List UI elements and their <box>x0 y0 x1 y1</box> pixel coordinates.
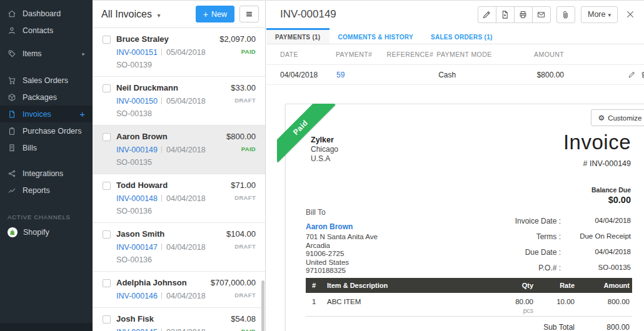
divider <box>161 244 162 250</box>
customer-name: Josh Fisk <box>116 314 226 324</box>
sidebar-item-purchase-orders[interactable]: Purchase Orders <box>0 122 93 139</box>
col-payment-mode: PAYMENT MODE <box>436 51 534 58</box>
bill-to-line: Arcadia <box>306 242 378 250</box>
printer-icon <box>518 10 528 19</box>
tab-comments-history[interactable]: COMMENTS & HISTORY <box>330 28 422 44</box>
invoice-list-panel: All Invoices ▾ + New Bruce Straley INV-0… <box>93 0 266 331</box>
item-row: 1 ABC ITEM 80.00 pcs 10.00 800.00 <box>306 293 632 317</box>
item-unit: pcs <box>492 307 533 314</box>
meta-value: 04/04/2018 <box>561 217 631 225</box>
tag-icon <box>8 49 16 58</box>
tab-payments[interactable]: PAYMENTS (1) <box>266 28 330 44</box>
invoice-list-item[interactable]: Aaron Brown INV-00014904/04/2018 SO-0013… <box>93 126 265 174</box>
meta-label: Due Date : <box>525 248 561 257</box>
col-qty: Qty <box>492 282 533 289</box>
print-button[interactable] <box>514 6 533 23</box>
row-checkbox[interactable] <box>103 315 111 324</box>
invoice-link[interactable]: INV-000151 <box>116 48 158 57</box>
detail-title: INV-000149 <box>280 8 336 21</box>
sidebar-item-contacts[interactable]: Contacts <box>0 22 93 39</box>
list-options-button[interactable] <box>239 6 259 22</box>
customer-name: Neil Druckmann <box>116 83 226 93</box>
sidebar-item-dashboard[interactable]: Dashboard <box>0 5 93 22</box>
status-badge: PAID <box>226 146 256 152</box>
divider <box>161 97 162 104</box>
row-checkbox[interactable] <box>103 182 111 190</box>
invoice-link[interactable]: INV-000148 <box>116 194 158 203</box>
row-checkbox[interactable] <box>103 230 111 239</box>
sidebar-item-label: Purchase Orders <box>23 127 81 136</box>
item-no: 1 <box>306 298 327 314</box>
customer-name: Bruce Straley <box>116 34 214 44</box>
row-checkbox[interactable] <box>103 84 111 92</box>
invoice-amount: $71.00 <box>231 180 256 190</box>
close-button[interactable] <box>625 9 635 19</box>
tab-sales-orders[interactable]: SALES ORDERS (1) <box>422 28 501 44</box>
invoice-link[interactable]: INV-000150 <box>116 97 158 106</box>
company-name: Zylker <box>311 136 338 145</box>
divider <box>161 292 162 299</box>
customer-name: Todd Howard <box>116 180 226 190</box>
edit-payment-icon[interactable] <box>628 71 636 79</box>
col-amount: Amount <box>575 282 632 289</box>
sidebar-item-label: Contacts <box>23 26 53 35</box>
sales-order-ref: SO-00136 <box>116 255 221 265</box>
pdf-file-icon <box>500 10 510 19</box>
company-country: U.S.A <box>311 154 338 164</box>
invoice-items-table: # Item & Description Qty Rate Amount 1 A… <box>306 278 632 331</box>
row-checkbox[interactable] <box>103 36 111 44</box>
sidebar-item-label: Items <box>23 49 42 58</box>
sidebar-item-shopify[interactable]: Shopify <box>0 224 93 240</box>
sidebar-item-reports[interactable]: Reports <box>0 182 93 199</box>
list-filter-dropdown[interactable]: All Invoices ▾ <box>101 9 160 20</box>
item-description: ABC ITEM <box>327 298 492 314</box>
customize-button[interactable]: ⚙Customize▾ <box>591 109 644 126</box>
customer-name: Jason Smith <box>116 229 221 239</box>
home-icon <box>8 9 16 18</box>
edit-button[interactable] <box>478 6 496 23</box>
more-button[interactable]: More▾ <box>581 6 618 23</box>
invoice-doc-title: Invoice <box>563 131 631 154</box>
sidebar-item-bills[interactable]: Bills <box>0 139 93 156</box>
row-checkbox[interactable] <box>103 133 111 141</box>
col-amount: AMOUNT <box>534 51 644 58</box>
payments-table: DATE PAYMENT# REFERENCE# PAYMENT MODE AM… <box>266 44 644 85</box>
balance-due-value: $0.00 <box>608 195 631 205</box>
invoice-link[interactable]: INV-000146 <box>116 292 158 300</box>
new-invoice-button[interactable]: + New <box>196 6 234 22</box>
invoice-link[interactable]: INV-000149 <box>116 146 158 154</box>
row-checkbox[interactable] <box>103 279 111 287</box>
sidebar-item-items[interactable]: Items ▸ <box>0 45 93 62</box>
sidebar-item-integrations[interactable]: Integrations <box>0 165 93 182</box>
delete-payment-icon[interactable] <box>640 71 644 79</box>
sidebar-item-packages[interactable]: Packages <box>0 89 93 106</box>
bill-to-line: 701 N Santa Anita Ave <box>306 233 378 242</box>
plus-icon: + <box>203 9 208 19</box>
meta-label: Invoice Date : <box>515 217 561 225</box>
col-date: DATE <box>280 51 336 58</box>
invoice-list-item[interactable]: Jason Smith INV-00014704/04/2018 SO-0013… <box>93 223 265 272</box>
bill-to-line: 91006-2725 <box>306 250 378 259</box>
sidebar-item-sales-orders[interactable]: Sales Orders <box>0 72 93 89</box>
invoice-link[interactable]: INV-000147 <box>116 243 158 252</box>
list-header: All Invoices ▾ + New <box>93 1 265 28</box>
sidebar-item-invoices[interactable]: Invoices + <box>0 106 93 122</box>
add-invoice-icon[interactable]: + <box>79 109 85 119</box>
email-button[interactable] <box>532 6 551 23</box>
invoice-list-item[interactable]: Todd Howard INV-00014804/04/2018 SO-0013… <box>93 174 265 223</box>
invoice-list-item[interactable]: Adelphia Johnson INV-00014604/04/2018 $7… <box>93 272 265 308</box>
bill-to-name[interactable]: Aaron Brown <box>306 222 378 231</box>
invoice-list-item[interactable]: Bruce Straley INV-00015105/04/2018 SO-00… <box>93 28 265 77</box>
payment-number-link[interactable]: 59 <box>336 71 345 79</box>
pdf-button[interactable] <box>496 6 515 23</box>
bill-to-line: 9710188325 <box>306 267 378 275</box>
envelope-icon <box>536 10 546 19</box>
list-scrollbar[interactable] <box>261 280 264 331</box>
attachment-button[interactable] <box>556 6 575 23</box>
invoice-rows: Bruce Straley INV-00015105/04/2018 SO-00… <box>93 28 265 331</box>
invoice-list-item[interactable]: Neil Druckmann INV-00015005/04/2018 SO-0… <box>93 77 265 126</box>
shopify-icon <box>8 227 18 237</box>
divider <box>161 195 162 202</box>
invoice-link[interactable]: INV-000145 <box>116 328 158 331</box>
invoice-list-item[interactable]: Josh Fisk INV-00014503/04/2018 $54.08 PA… <box>93 308 265 331</box>
